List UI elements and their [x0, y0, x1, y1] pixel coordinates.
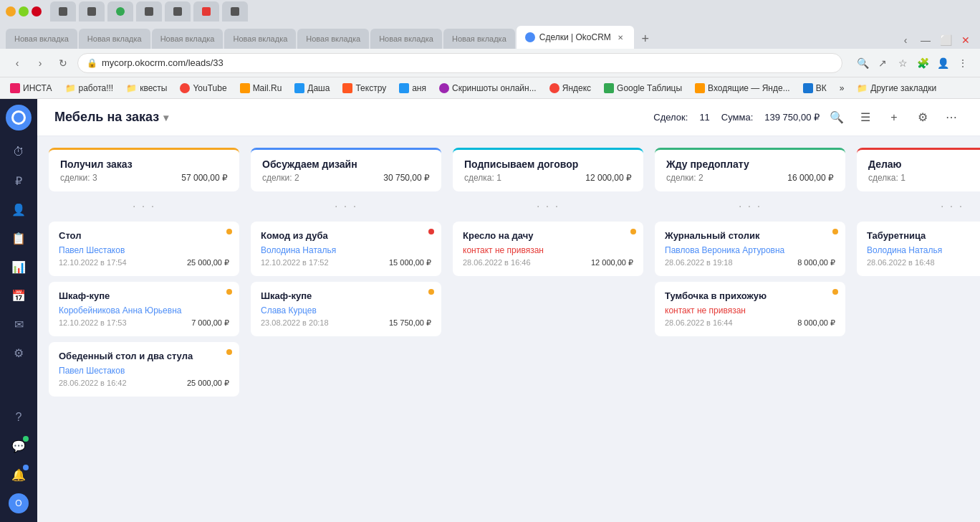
sidebar-item-chat[interactable]: 💬 — [6, 433, 32, 459]
share-icon[interactable]: ↗ — [874, 54, 891, 72]
more-options-button[interactable]: ⋯ — [940, 106, 963, 129]
tab-inactive-5[interactable] — [165, 1, 191, 22]
minimize-button[interactable] — [6, 6, 16, 16]
new-tab-button[interactable]: + — [635, 29, 655, 49]
search-button[interactable]: 🔍 — [825, 106, 848, 129]
tab-inactive-1[interactable] — [50, 1, 76, 22]
sidebar-item-deals[interactable]: ₽ — [6, 168, 32, 194]
sidebar-item-dashboard[interactable]: ⏱ — [6, 139, 32, 165]
tab-inactive[interactable]: Новая вкладка — [6, 29, 77, 49]
reload-button[interactable]: ↻ — [54, 54, 72, 72]
bookmark-tekstru[interactable]: Текстру — [338, 82, 390, 95]
url-text: mycorp.okocrm.com/leads/33 — [102, 57, 224, 68]
bookmark-yandexmail[interactable]: Входящие — Янде... — [691, 82, 794, 95]
deal-contact-1-0[interactable]: Володина Наталья — [261, 245, 431, 255]
sidebar-item-settings[interactable]: ⚙ — [6, 340, 32, 366]
maximize-button[interactable] — [19, 6, 29, 16]
sidebar-item-profile[interactable]: О — [6, 490, 32, 516]
deal-contact-2-0[interactable]: контакт не привязан — [463, 245, 633, 255]
column-actions-4[interactable]: · · · — [857, 197, 980, 216]
deal-contact-0-2[interactable]: Павел Шестаков — [59, 366, 229, 376]
list-view-button[interactable]: ☰ — [854, 106, 877, 129]
search-icon[interactable]: 🔍 — [854, 54, 871, 72]
sidebar-item-help[interactable]: ? — [6, 404, 32, 430]
deal-contact-3-1[interactable]: контакт не привязан — [665, 305, 835, 315]
bookmark-quests[interactable]: 📁 квесты — [122, 82, 171, 95]
back-button[interactable]: ‹ — [9, 54, 26, 72]
deal-contact-1-1[interactable]: Слава Курцев — [261, 305, 431, 315]
tab-inactive-2[interactable] — [79, 1, 105, 22]
deal-contact-4-0[interactable]: Володина Наталья — [867, 245, 980, 255]
deal-title-1-1: Шкаф-купе — [261, 290, 431, 301]
app-logo[interactable] — [6, 105, 32, 130]
deal-contact-3-0[interactable]: Павлова Вероника Артуровна — [665, 245, 835, 255]
column-actions-3[interactable]: · · · — [655, 197, 845, 216]
tab-inactive[interactable]: Новая вкладка — [370, 29, 442, 49]
bookmark-insta[interactable]: ИНСТА — [6, 82, 57, 95]
bookmark-vk[interactable]: ВК — [799, 82, 831, 95]
tab-scroll-left[interactable]: ‹ — [897, 32, 914, 49]
tab-inactive-3[interactable] — [107, 1, 133, 22]
filter-button[interactable]: ⚙ — [911, 106, 934, 129]
deal-card-4-0[interactable]: Табуретница Володина Наталья 28.06.2022 … — [857, 222, 980, 276]
deal-card-2-0[interactable]: Кресло на дачу контакт не привязан 28.06… — [453, 222, 643, 276]
bookmark-dasha-label: Даша — [307, 83, 330, 93]
tab-active-okocrm[interactable]: Сделки | OkoCRM ✕ — [517, 26, 634, 49]
sidebar-item-tasks[interactable]: 📋 — [6, 225, 32, 251]
close-browser-btn[interactable]: ✕ — [957, 32, 974, 49]
sidebar-item-calendar[interactable]: 📅 — [6, 283, 32, 308]
forward-button[interactable]: › — [32, 54, 49, 72]
bookmark-work[interactable]: 📁 работа!!! — [61, 82, 118, 95]
pipeline-chevron-icon[interactable]: ▾ — [163, 112, 168, 123]
deal-contact-0-0[interactable]: Павел Шестаков — [59, 245, 229, 255]
deal-date-3-0: 28.06.2022 в 19:18 — [665, 258, 733, 267]
tab-inactive[interactable]: Новая вкладка — [152, 29, 224, 49]
tab-active-label: Сделки | OkoCRM — [539, 32, 611, 42]
tab-inactive[interactable]: Новая вкладка — [443, 29, 515, 49]
add-deal-button[interactable]: + — [883, 106, 905, 129]
deal-card-3-0[interactable]: Журнальный столик Павлова Вероника Артур… — [655, 222, 845, 276]
bookmark-screenshots[interactable]: Скриншоты онлайн... — [435, 82, 541, 95]
tab-inactive[interactable]: Новая вкладка — [224, 29, 296, 49]
tab-inactive-7[interactable] — [222, 1, 248, 22]
deal-footer-1-0: 12.10.2022 в 17:52 15 000,00 ₽ — [261, 258, 431, 267]
tab-close-button[interactable]: ✕ — [615, 32, 625, 42]
profile-icon[interactable]: 👤 — [934, 54, 951, 72]
deal-footer-1-1: 23.08.2022 в 20:18 15 750,00 ₽ — [261, 318, 431, 328]
deal-card-0-2[interactable]: Обеденный стол и два стула Павел Шестако… — [49, 342, 239, 397]
column-actions-1[interactable]: · · · — [251, 197, 441, 216]
bookmark-other[interactable]: 📁 Другие закладки — [852, 82, 941, 95]
bookmark-yandex[interactable]: Яндекс — [545, 82, 595, 95]
bookmark-youtube[interactable]: YouTube — [176, 82, 231, 95]
tab-inactive[interactable]: Новая вкладка — [79, 29, 150, 49]
column-actions-2[interactable]: · · · — [453, 197, 643, 216]
tab-inactive[interactable]: Новая вкладка — [297, 29, 369, 49]
restore-browser-btn[interactable]: ⬜ — [937, 32, 954, 49]
bookmark-more[interactable]: » — [835, 82, 849, 95]
sidebar-item-reports[interactable]: 📊 — [6, 254, 32, 280]
bookmark-icon[interactable]: ☆ — [894, 54, 911, 72]
deal-card-0-1[interactable]: Шкаф-купе Коробейникова Анна Юрьевна 12.… — [49, 282, 239, 336]
close-button[interactable] — [32, 6, 42, 16]
deal-card-0-0[interactable]: Стол Павел Шестаков 12.10.2022 в 17:54 2… — [49, 222, 239, 276]
sidebar-item-mail[interactable]: ✉ — [6, 311, 32, 337]
extension-icon[interactable]: 🧩 — [914, 54, 931, 72]
tab-inactive-6[interactable] — [193, 1, 219, 22]
deal-card-1-0[interactable]: Комод из дуба Володина Наталья 12.10.202… — [251, 222, 441, 276]
sidebar-item-contacts[interactable]: 👤 — [6, 196, 32, 222]
bookmark-gsheets[interactable]: Google Таблицы — [600, 82, 686, 95]
deal-card-1-1[interactable]: Шкаф-купе Слава Курцев 23.08.2022 в 20:1… — [251, 282, 441, 336]
bookmark-anya[interactable]: аня — [395, 82, 431, 95]
deal-contact-0-1[interactable]: Коробейникова Анна Юрьевна — [59, 305, 229, 315]
bookmark-dasha[interactable]: Даша — [290, 82, 334, 95]
sidebar-item-notifications[interactable]: 🔔 — [6, 462, 32, 488]
tab-inactive-4[interactable] — [136, 1, 162, 22]
column-actions-0[interactable]: · · · — [49, 197, 239, 216]
bookmark-mail[interactable]: Mail.Ru — [236, 82, 287, 95]
deal-card-3-1[interactable]: Тумбочка в прихожую контакт не привязан … — [655, 282, 845, 336]
menu-icon[interactable]: ⋮ — [954, 54, 971, 72]
address-bar[interactable]: 🔒 mycorp.okocrm.com/leads/33 — [77, 53, 842, 73]
bookmark-yandexmail-label: Входящие — Янде... — [708, 83, 790, 93]
minimize-browser-btn[interactable]: — — [917, 32, 934, 49]
column-meta-0: сделки: 3 57 000,00 ₽ — [60, 173, 228, 183]
